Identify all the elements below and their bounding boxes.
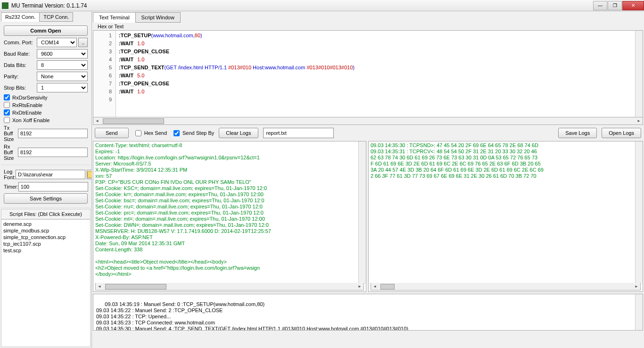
event-log-vscroll[interactable] [635, 294, 643, 330]
log-left-hscroll[interactable] [95, 283, 364, 290]
script-files-header: Script Files: (Dbl Click Execute) [1, 209, 91, 219]
window-titlebar: MU Terminal Version: 0.1.1.74 — ❐ ✕ [0, 0, 644, 11]
minimize-button[interactable]: — [593, 1, 607, 10]
comm-port-label: Comm. Port: [4, 40, 37, 45]
log-vscroll[interactable] [358, 141, 366, 284]
logfont-input[interactable] [16, 170, 85, 179]
save-logs-button[interactable]: Save Logs [558, 128, 597, 138]
log-pane-hex: 09.03 14:35:30 : TCPSND>: 47 45 54 20 2F… [368, 141, 643, 292]
baud-select[interactable]: 9600 [37, 49, 88, 58]
editor-vscroll[interactable] [635, 31, 643, 117]
filename-input[interactable] [263, 128, 334, 138]
script-files-list: deneme.scp simple_modbus.scp simple_tcp_… [1, 219, 91, 347]
stopbits-select[interactable]: 1 [37, 83, 88, 92]
script-item[interactable]: test.scp [2, 247, 89, 254]
chk-xon-label: Xon Xoff Enable [12, 117, 50, 123]
log-pane-response: Content-Type: text/html; charset=utf-8 E… [93, 141, 366, 292]
action-bar: Send Hex Send Send Step By Clear Logs Sa… [93, 125, 643, 141]
send-button[interactable]: Send [95, 128, 129, 138]
event-log: 09.03 14:35:19 : Manuel Send: 0 :TCP_SET… [93, 294, 643, 331]
chk-rxdsr[interactable] [4, 94, 10, 100]
event-log-text: 09.03 14:35:19 : Manuel Send: 0 :TCP_SET… [96, 301, 408, 331]
script-item[interactable]: simple_tcp_connection.scp [2, 234, 89, 240]
script-item[interactable]: tcp_iec1107.scp [2, 240, 89, 247]
log-vscroll[interactable] [635, 141, 643, 284]
left-panel: Rs232 Conn. TCP Conn. Comm Open Comm. Po… [0, 11, 92, 348]
open-logs-button[interactable]: Open Logs [602, 128, 641, 138]
script-item[interactable]: simple_modbus.scp [2, 227, 89, 234]
clear-logs-button[interactable]: Clear Logs [219, 128, 258, 138]
txbuff-label: Tx Buff Size [4, 125, 18, 142]
window-buttons: — ❐ ✕ [593, 1, 644, 10]
timer-label: Timer: [4, 184, 18, 190]
tab-text-terminal[interactable]: Text Terminal [93, 12, 136, 23]
parity-label: Parity: [4, 74, 37, 79]
logfont-label: Log Font: [4, 169, 16, 180]
tab-script-window[interactable]: Script Window [135, 12, 181, 23]
txbuff-input[interactable] [18, 129, 88, 138]
log-hex-text[interactable]: 09.03 14:35:30 : TCPSND>: 47 45 54 20 2F… [371, 142, 641, 283]
chk-rxrts[interactable] [4, 102, 10, 108]
editor-code[interactable]: :TCP_SETUP(www.hotmail.com,80) :WAIT 1.0… [116, 31, 635, 117]
maximize-button[interactable]: ❐ [608, 1, 622, 10]
script-editor[interactable]: 1 2 3 4 5 6 7 8 9 :TCP_SETUP(www.hotmail… [93, 30, 643, 117]
comm-open-button[interactable]: Comm Open [4, 25, 88, 36]
chk-xon[interactable] [4, 117, 10, 123]
timer-input[interactable] [18, 182, 88, 191]
save-settings-button[interactable]: Save Settings [4, 193, 88, 204]
script-item[interactable]: deneme.scp [2, 221, 89, 227]
comm-port-extra-button[interactable]: .. [78, 38, 88, 47]
editor-gutter: 1 2 3 4 5 6 7 8 9 [93, 31, 116, 117]
app-icon [2, 2, 8, 9]
chk-rxdtr[interactable] [4, 109, 10, 116]
log-right-hscroll[interactable] [371, 283, 641, 290]
editor-hscroll[interactable] [93, 117, 643, 125]
right-panel: Text Terminal Script Window Hex or Text … [92, 11, 644, 348]
log-response-text[interactable]: Content-Type: text/html; charset=utf-8 E… [95, 142, 364, 283]
databits-label: Data Bits: [4, 62, 37, 68]
databits-select[interactable]: 8 [37, 60, 88, 70]
parity-select[interactable]: None [37, 72, 88, 81]
stopbits-label: Stop Bits: [4, 85, 37, 91]
chk-rxdtr-label: RxDtrEnable [12, 110, 41, 116]
rxbuff-input[interactable] [18, 148, 88, 157]
comm-port-select[interactable]: COM14 [37, 38, 77, 47]
chk-rxdsr-label: RxDsrSensivity [12, 95, 48, 100]
chk-send-step[interactable] [173, 130, 180, 136]
chk-hex-send[interactable] [135, 130, 141, 136]
hex-or-text-label: Hex or Text [93, 23, 643, 30]
window-title: MU Terminal Version: 0.1.1.74 [11, 2, 593, 9]
rxbuff-label: Rx Buff Size [4, 144, 18, 161]
baud-label: Baud Rate: [4, 51, 37, 57]
close-button[interactable]: ✕ [622, 1, 644, 10]
chk-rxrts-label: RxRtsEnable [12, 102, 42, 108]
tab-rs232[interactable]: Rs232 Conn. [1, 12, 40, 22]
hex-send-label: Hex Send [144, 130, 167, 136]
tab-tcp[interactable]: TCP Conn. [39, 12, 73, 22]
send-step-label: Send Step By [182, 130, 214, 136]
